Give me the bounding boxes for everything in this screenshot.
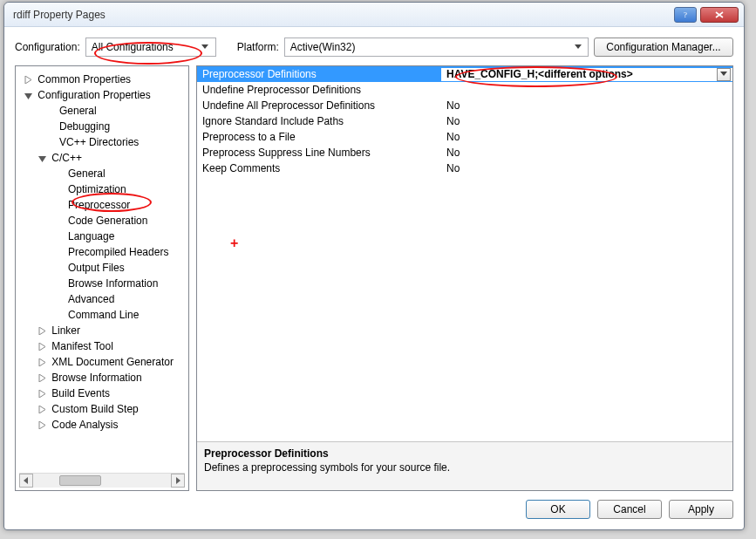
tree-item-configprops[interactable]: Configuration Properties <box>19 87 185 103</box>
tree-item-cc-output[interactable]: Output Files <box>19 260 185 276</box>
tree-item-xml[interactable]: XML Document Generator <box>19 354 185 370</box>
apply-label: Apply <box>688 503 714 515</box>
property-panel: Preprocessor Definitions HAVE_CONFIG_H;<… <box>196 65 733 491</box>
prop-name: Preprocess to a File <box>197 131 441 143</box>
prop-name: Ignore Standard Include Paths <box>197 115 441 127</box>
tree-item-cc-codegen[interactable]: Code Generation <box>19 213 185 229</box>
description-title: Preprocessor Definitions <box>204 447 725 460</box>
tree-item-debugging[interactable]: Debugging <box>19 119 185 134</box>
chevron-down-icon <box>199 41 212 54</box>
prop-row[interactable]: Keep Comments No <box>197 160 732 176</box>
cancel-label: Cancel <box>613 503 645 515</box>
scroll-left-icon[interactable] <box>19 474 33 488</box>
collapse-icon[interactable] <box>37 154 47 164</box>
tree-item-buildevents[interactable]: Build Events <box>19 385 185 401</box>
prop-value[interactable]: No <box>441 147 732 159</box>
configuration-dropdown[interactable]: All Configurations <box>85 38 216 57</box>
expand-icon[interactable] <box>37 420 47 431</box>
tree-item-cc-language[interactable]: Language <box>19 229 185 244</box>
description-text: Defines a preprocessing symbols for your… <box>204 461 725 474</box>
tree-item-linker[interactable]: Linker <box>19 323 185 338</box>
ok-label: OK <box>550 503 565 515</box>
tree-hscrollbar[interactable] <box>19 473 185 487</box>
prop-row[interactable]: Preprocess to a File No <box>197 129 732 145</box>
nav-tree[interactable]: Common Properties Configuration Properti… <box>19 72 185 473</box>
prop-name: Keep Comments <box>197 162 441 174</box>
svg-text:?: ? <box>684 10 687 19</box>
tree-item-cc-advanced[interactable]: Advanced <box>19 291 185 307</box>
tree-item-browseinfo[interactable]: Browse Information <box>19 370 185 385</box>
prop-row[interactable]: Undefine Preprocessor Definitions <box>197 82 732 98</box>
prop-row[interactable]: Undefine All Preprocessor Definitions No <box>197 98 732 113</box>
expand-icon[interactable] <box>37 358 47 368</box>
tree-item-cc-browse[interactable]: Browse Information <box>19 276 185 291</box>
prop-row[interactable]: Preprocess Suppress Line Numbers No <box>197 145 732 160</box>
top-row: Configuration: All Configurations Platfo… <box>15 38 733 57</box>
tree-item-ccpp[interactable]: C/C++ <box>19 150 185 166</box>
chevron-down-icon <box>571 41 584 54</box>
configuration-value: All Configurations <box>92 41 174 53</box>
expand-icon[interactable] <box>37 389 47 399</box>
tree-item-manifest[interactable]: Manifest Tool <box>19 338 185 354</box>
scroll-track[interactable] <box>33 474 171 488</box>
close-icon[interactable] <box>700 7 739 23</box>
prop-value[interactable]: No <box>441 131 732 143</box>
ok-button[interactable]: OK <box>526 500 590 519</box>
prop-value[interactable]: No <box>441 162 732 174</box>
tree-panel: Common Properties Configuration Properti… <box>15 65 189 491</box>
chevron-down-icon[interactable] <box>717 68 731 81</box>
platform-label: Platform: <box>237 41 279 53</box>
prop-row[interactable]: Ignore Standard Include Paths No <box>197 113 732 129</box>
prop-value-cell[interactable]: HAVE_CONFIG_H;<different options> <box>441 68 732 81</box>
expand-icon[interactable] <box>37 342 47 352</box>
dialog-buttons: OK Cancel Apply <box>15 491 733 519</box>
tree-item-general[interactable]: General <box>19 103 185 119</box>
tree-item-common[interactable]: Common Properties <box>19 72 185 87</box>
expand-icon[interactable] <box>37 326 47 337</box>
prop-name: Preprocessor Definitions <box>197 68 441 80</box>
scroll-thumb[interactable] <box>59 475 101 486</box>
main-split: Common Properties Configuration Properti… <box>15 65 733 491</box>
tree-item-cc-optimization[interactable]: Optimization <box>19 181 185 197</box>
configuration-manager-label: Configuration Manager... <box>606 41 720 53</box>
tree-item-cc-pch[interactable]: Precompiled Headers <box>19 244 185 260</box>
tree-item-vcdirs[interactable]: VC++ Directories <box>19 134 185 150</box>
platform-value: Active(Win32) <box>290 41 356 53</box>
tree-item-cc-general[interactable]: General <box>19 166 185 181</box>
cancel-button[interactable]: Cancel <box>597 500 662 519</box>
prop-value[interactable]: No <box>441 99 732 112</box>
prop-value[interactable]: No <box>441 115 732 127</box>
content-area: Configuration: All Configurations Platfo… <box>4 27 744 529</box>
expand-icon[interactable] <box>23 75 33 85</box>
configuration-manager-button[interactable]: Configuration Manager... <box>594 38 733 57</box>
platform-dropdown[interactable]: Active(Win32) <box>284 38 589 57</box>
prop-name: Preprocess Suppress Line Numbers <box>197 147 441 159</box>
dialog-window: rdiff Property Pages ? Configuration: Al… <box>3 2 745 530</box>
tree-item-custombuild[interactable]: Custom Build Step <box>19 401 185 417</box>
expand-icon[interactable] <box>37 405 47 415</box>
tree-item-codeanalysis[interactable]: Code Analysis <box>19 417 185 433</box>
window-title: rdiff Property Pages <box>13 9 671 21</box>
tree-item-cc-cmdline[interactable]: Command Line <box>19 307 185 323</box>
scroll-right-icon[interactable] <box>171 474 185 488</box>
tree-item-cc-preprocessor[interactable]: Preprocessor <box>19 197 185 213</box>
apply-button[interactable]: Apply <box>669 500 733 519</box>
prop-name: Undefine Preprocessor Definitions <box>197 84 441 96</box>
help-icon[interactable]: ? <box>674 7 697 23</box>
description-panel: Preprocessor Definitions Defines a prepr… <box>197 441 732 490</box>
property-grid[interactable]: Preprocessor Definitions HAVE_CONFIG_H;<… <box>197 66 732 441</box>
collapse-icon[interactable] <box>23 91 33 101</box>
expand-icon[interactable] <box>37 373 47 384</box>
prop-row-preprocessor-definitions[interactable]: Preprocessor Definitions HAVE_CONFIG_H;<… <box>197 66 732 82</box>
configuration-label: Configuration: <box>15 41 80 53</box>
prop-name: Undefine All Preprocessor Definitions <box>197 99 441 112</box>
prop-value: HAVE_CONFIG_H;<different options> <box>446 68 633 80</box>
titlebar[interactable]: rdiff Property Pages ? <box>4 3 744 27</box>
